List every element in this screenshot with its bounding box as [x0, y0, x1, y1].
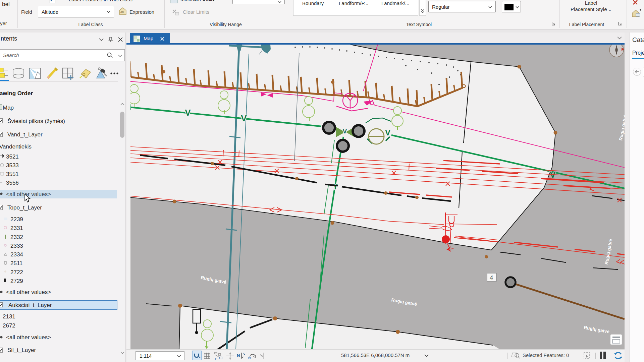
svg-text:N: N: [237, 353, 240, 358]
svg-text:V: V: [385, 128, 390, 137]
svg-text:V: V: [185, 108, 191, 118]
svg-text:ab: ab: [120, 10, 124, 14]
svg-text:Y: Y: [333, 182, 338, 191]
svg-text:V: V: [241, 113, 247, 123]
svg-text:V: V: [342, 127, 347, 135]
